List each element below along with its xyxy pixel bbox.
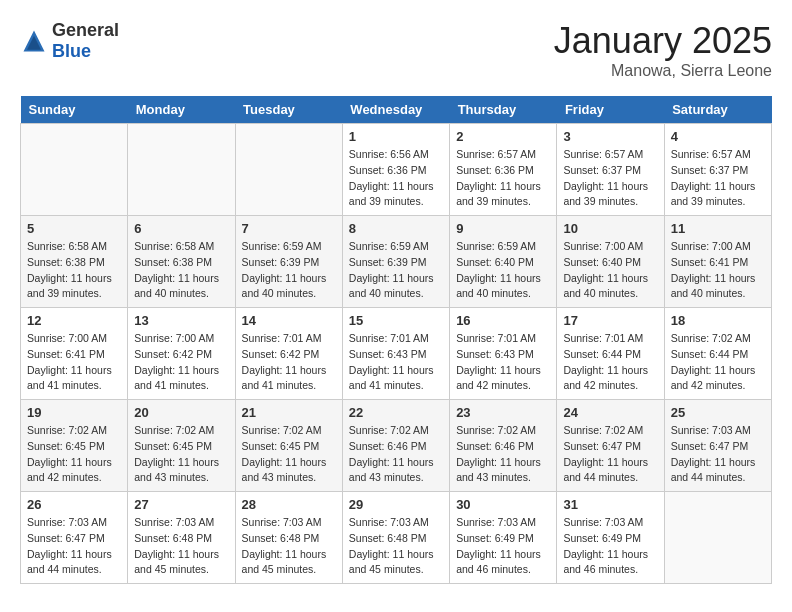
day-info: Sunrise: 6:58 AM Sunset: 6:38 PM Dayligh… [134, 239, 228, 302]
day-info: Sunrise: 7:03 AM Sunset: 6:47 PM Dayligh… [671, 423, 765, 486]
day-number: 16 [456, 313, 550, 328]
day-number: 21 [242, 405, 336, 420]
day-info: Sunrise: 6:58 AM Sunset: 6:38 PM Dayligh… [27, 239, 121, 302]
day-info: Sunrise: 7:00 AM Sunset: 6:40 PM Dayligh… [563, 239, 657, 302]
day-info: Sunrise: 6:59 AM Sunset: 6:40 PM Dayligh… [456, 239, 550, 302]
day-info: Sunrise: 7:02 AM Sunset: 6:44 PM Dayligh… [671, 331, 765, 394]
calendar-cell: 2Sunrise: 6:57 AM Sunset: 6:36 PM Daylig… [450, 124, 557, 216]
calendar-cell: 28Sunrise: 7:03 AM Sunset: 6:48 PM Dayli… [235, 492, 342, 584]
day-number: 25 [671, 405, 765, 420]
calendar-cell: 6Sunrise: 6:58 AM Sunset: 6:38 PM Daylig… [128, 216, 235, 308]
calendar-cell [21, 124, 128, 216]
day-header-saturday: Saturday [664, 96, 771, 124]
week-row-2: 5Sunrise: 6:58 AM Sunset: 6:38 PM Daylig… [21, 216, 772, 308]
calendar-cell: 23Sunrise: 7:02 AM Sunset: 6:46 PM Dayli… [450, 400, 557, 492]
calendar-cell: 30Sunrise: 7:03 AM Sunset: 6:49 PM Dayli… [450, 492, 557, 584]
calendar-cell: 3Sunrise: 6:57 AM Sunset: 6:37 PM Daylig… [557, 124, 664, 216]
day-number: 11 [671, 221, 765, 236]
day-info: Sunrise: 6:59 AM Sunset: 6:39 PM Dayligh… [242, 239, 336, 302]
day-number: 4 [671, 129, 765, 144]
day-number: 1 [349, 129, 443, 144]
day-number: 19 [27, 405, 121, 420]
day-info: Sunrise: 7:03 AM Sunset: 6:49 PM Dayligh… [563, 515, 657, 578]
calendar-cell: 16Sunrise: 7:01 AM Sunset: 6:43 PM Dayli… [450, 308, 557, 400]
calendar-header-row: SundayMondayTuesdayWednesdayThursdayFrid… [21, 96, 772, 124]
calendar-cell: 21Sunrise: 7:02 AM Sunset: 6:45 PM Dayli… [235, 400, 342, 492]
calendar-cell: 8Sunrise: 6:59 AM Sunset: 6:39 PM Daylig… [342, 216, 449, 308]
week-row-1: 1Sunrise: 6:56 AM Sunset: 6:36 PM Daylig… [21, 124, 772, 216]
day-info: Sunrise: 7:02 AM Sunset: 6:45 PM Dayligh… [242, 423, 336, 486]
day-header-thursday: Thursday [450, 96, 557, 124]
day-number: 7 [242, 221, 336, 236]
day-number: 9 [456, 221, 550, 236]
day-info: Sunrise: 7:03 AM Sunset: 6:47 PM Dayligh… [27, 515, 121, 578]
day-number: 30 [456, 497, 550, 512]
day-number: 29 [349, 497, 443, 512]
day-info: Sunrise: 7:03 AM Sunset: 6:48 PM Dayligh… [242, 515, 336, 578]
day-info: Sunrise: 6:57 AM Sunset: 6:37 PM Dayligh… [563, 147, 657, 210]
day-header-sunday: Sunday [21, 96, 128, 124]
calendar-cell: 19Sunrise: 7:02 AM Sunset: 6:45 PM Dayli… [21, 400, 128, 492]
day-number: 3 [563, 129, 657, 144]
day-info: Sunrise: 7:02 AM Sunset: 6:45 PM Dayligh… [27, 423, 121, 486]
day-info: Sunrise: 7:03 AM Sunset: 6:49 PM Dayligh… [456, 515, 550, 578]
week-row-5: 26Sunrise: 7:03 AM Sunset: 6:47 PM Dayli… [21, 492, 772, 584]
day-info: Sunrise: 7:02 AM Sunset: 6:45 PM Dayligh… [134, 423, 228, 486]
day-info: Sunrise: 7:01 AM Sunset: 6:44 PM Dayligh… [563, 331, 657, 394]
day-header-wednesday: Wednesday [342, 96, 449, 124]
day-number: 27 [134, 497, 228, 512]
day-info: Sunrise: 7:02 AM Sunset: 6:46 PM Dayligh… [349, 423, 443, 486]
calendar-cell: 1Sunrise: 6:56 AM Sunset: 6:36 PM Daylig… [342, 124, 449, 216]
day-number: 26 [27, 497, 121, 512]
day-number: 8 [349, 221, 443, 236]
calendar-cell: 17Sunrise: 7:01 AM Sunset: 6:44 PM Dayli… [557, 308, 664, 400]
day-info: Sunrise: 7:00 AM Sunset: 6:41 PM Dayligh… [671, 239, 765, 302]
logo-general-text: General [52, 20, 119, 40]
calendar-cell: 11Sunrise: 7:00 AM Sunset: 6:41 PM Dayli… [664, 216, 771, 308]
calendar-cell: 13Sunrise: 7:00 AM Sunset: 6:42 PM Dayli… [128, 308, 235, 400]
calendar-cell: 31Sunrise: 7:03 AM Sunset: 6:49 PM Dayli… [557, 492, 664, 584]
day-info: Sunrise: 7:02 AM Sunset: 6:46 PM Dayligh… [456, 423, 550, 486]
month-title: January 2025 [554, 20, 772, 62]
calendar-cell: 14Sunrise: 7:01 AM Sunset: 6:42 PM Dayli… [235, 308, 342, 400]
calendar-cell: 26Sunrise: 7:03 AM Sunset: 6:47 PM Dayli… [21, 492, 128, 584]
day-number: 18 [671, 313, 765, 328]
calendar-cell: 15Sunrise: 7:01 AM Sunset: 6:43 PM Dayli… [342, 308, 449, 400]
calendar-cell: 22Sunrise: 7:02 AM Sunset: 6:46 PM Dayli… [342, 400, 449, 492]
day-info: Sunrise: 6:57 AM Sunset: 6:37 PM Dayligh… [671, 147, 765, 210]
day-info: Sunrise: 7:01 AM Sunset: 6:42 PM Dayligh… [242, 331, 336, 394]
logo-blue-text: Blue [52, 41, 91, 61]
day-info: Sunrise: 7:01 AM Sunset: 6:43 PM Dayligh… [349, 331, 443, 394]
day-number: 10 [563, 221, 657, 236]
calendar-cell: 10Sunrise: 7:00 AM Sunset: 6:40 PM Dayli… [557, 216, 664, 308]
day-number: 15 [349, 313, 443, 328]
calendar-cell: 9Sunrise: 6:59 AM Sunset: 6:40 PM Daylig… [450, 216, 557, 308]
calendar-cell: 25Sunrise: 7:03 AM Sunset: 6:47 PM Dayli… [664, 400, 771, 492]
day-info: Sunrise: 6:57 AM Sunset: 6:36 PM Dayligh… [456, 147, 550, 210]
week-row-4: 19Sunrise: 7:02 AM Sunset: 6:45 PM Dayli… [21, 400, 772, 492]
day-info: Sunrise: 7:03 AM Sunset: 6:48 PM Dayligh… [349, 515, 443, 578]
logo: General Blue [20, 20, 119, 62]
day-header-monday: Monday [128, 96, 235, 124]
calendar-cell [664, 492, 771, 584]
day-info: Sunrise: 6:56 AM Sunset: 6:36 PM Dayligh… [349, 147, 443, 210]
day-number: 2 [456, 129, 550, 144]
calendar-cell: 20Sunrise: 7:02 AM Sunset: 6:45 PM Dayli… [128, 400, 235, 492]
calendar-table: SundayMondayTuesdayWednesdayThursdayFrid… [20, 96, 772, 584]
day-number: 17 [563, 313, 657, 328]
calendar-cell: 7Sunrise: 6:59 AM Sunset: 6:39 PM Daylig… [235, 216, 342, 308]
day-info: Sunrise: 7:03 AM Sunset: 6:48 PM Dayligh… [134, 515, 228, 578]
calendar-cell: 18Sunrise: 7:02 AM Sunset: 6:44 PM Dayli… [664, 308, 771, 400]
day-number: 23 [456, 405, 550, 420]
day-number: 24 [563, 405, 657, 420]
day-number: 5 [27, 221, 121, 236]
calendar-cell [128, 124, 235, 216]
calendar-cell: 24Sunrise: 7:02 AM Sunset: 6:47 PM Dayli… [557, 400, 664, 492]
day-number: 22 [349, 405, 443, 420]
day-header-friday: Friday [557, 96, 664, 124]
day-header-tuesday: Tuesday [235, 96, 342, 124]
calendar-cell: 5Sunrise: 6:58 AM Sunset: 6:38 PM Daylig… [21, 216, 128, 308]
calendar-cell: 27Sunrise: 7:03 AM Sunset: 6:48 PM Dayli… [128, 492, 235, 584]
day-number: 12 [27, 313, 121, 328]
calendar-cell: 29Sunrise: 7:03 AM Sunset: 6:48 PM Dayli… [342, 492, 449, 584]
